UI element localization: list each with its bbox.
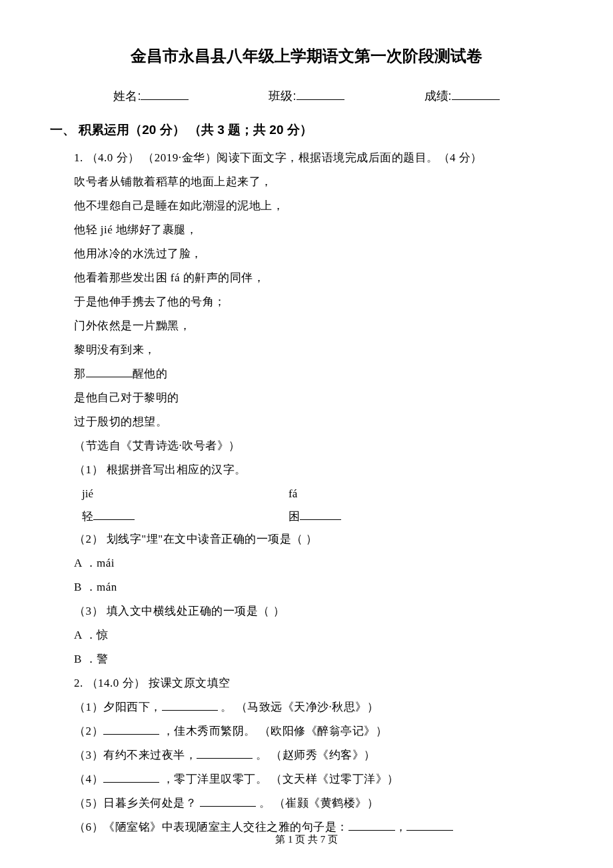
q1-intro: 1. （4.0 分） （2019·金华）阅读下面文字，根据语境完成后面的题目。（… [74, 147, 563, 169]
q1-sub2: （2） 划线字"埋"在文中读音正确的一项是（ ） [74, 528, 563, 551]
q1-line: 他不埋怨自己是睡在如此潮湿的泥地上， [74, 195, 563, 217]
q1-line: 他用冰冷的水洗过了脸， [74, 243, 563, 265]
q1-blank-line: 那醒他的 [74, 363, 563, 385]
pinyin-jie: jié [82, 483, 289, 505]
q2-item: （2） ，佳木秀而繁阴。 （欧阳修《醉翁亭记》） [74, 720, 563, 743]
q1-line: 于是他伸手携去了他的号角； [74, 291, 563, 313]
q1-line: 过于殷切的想望。 [74, 411, 563, 433]
class-blank [297, 88, 344, 100]
q1-line: 他轻 jié 地绑好了裹腿， [74, 219, 563, 241]
option-b: B ．警 [74, 648, 563, 671]
pinyin-row: jié 轻 fá 困 [74, 483, 563, 528]
option-b: B ．mán [74, 576, 563, 599]
fill-blank [162, 700, 218, 711]
q2-item: （5）日暮乡关何处是？ 。 （崔颢《黄鹤楼》） [74, 792, 563, 815]
option-a: A ．mái [74, 552, 563, 575]
score-blank [452, 88, 500, 100]
q1-line: 是他自己对于黎明的 [74, 387, 563, 409]
name-label: 姓名: [113, 89, 141, 103]
fill-blank [103, 772, 159, 783]
char-kun: 困 [289, 510, 300, 523]
section-1-heading: 一、 积累运用（20 分） （共 3 题；共 20 分） [50, 117, 563, 143]
char-qing: 轻 [82, 510, 93, 523]
fill-blank [93, 509, 135, 520]
q1-line: 他看着那些发出困 fá 的鼾声的同伴， [74, 267, 563, 289]
fill-blank [200, 796, 256, 807]
question-1: 1. （4.0 分） （2019·金华）阅读下面文字，根据语境完成后面的题目。（… [50, 147, 563, 839]
q1-sub1: （1） 根据拼音写出相应的汉字。 [74, 459, 563, 481]
pinyin-fa: fá [289, 483, 495, 505]
option-a: A ．惊 [74, 624, 563, 647]
name-blank [141, 88, 189, 100]
q1-line: 门外依然是一片黝黑， [74, 315, 563, 337]
fill-blank [86, 367, 133, 377]
class-label: 班级: [269, 89, 296, 103]
q1-line: 黎明没有到来， [74, 339, 563, 361]
q1-sub3: （3） 填入文中横线处正确的一项是（ ） [74, 600, 563, 623]
q1-line: 吹号者从铺散着稻草的地面上起来了， [74, 171, 563, 193]
q2-intro: 2. （14.0 分） 按课文原文填空 [74, 672, 563, 695]
score-label: 成绩: [424, 89, 452, 103]
page-footer: 第 1 页 共 7 页 [0, 829, 613, 849]
q1-source: （节选自《艾青诗选·吹号者》） [74, 435, 563, 457]
fill-blank [197, 748, 253, 759]
page-title: 金昌市永昌县八年级上学期语文第一次阶段测试卷 [50, 40, 563, 72]
q2-item: （1）夕阳西下， 。 （马致远《天净沙·秋思》） [74, 696, 563, 719]
fill-blank [103, 724, 159, 735]
q2-item: （3）有约不来过夜半， 。 （赵师秀《约客》） [74, 744, 563, 767]
fill-blank [300, 509, 341, 520]
q2-item: （4） ，零丁洋里叹零丁。 （文天样《过零丁洋》） [74, 768, 563, 791]
student-info-row: 姓名: 班级: 成绩: [50, 84, 563, 108]
